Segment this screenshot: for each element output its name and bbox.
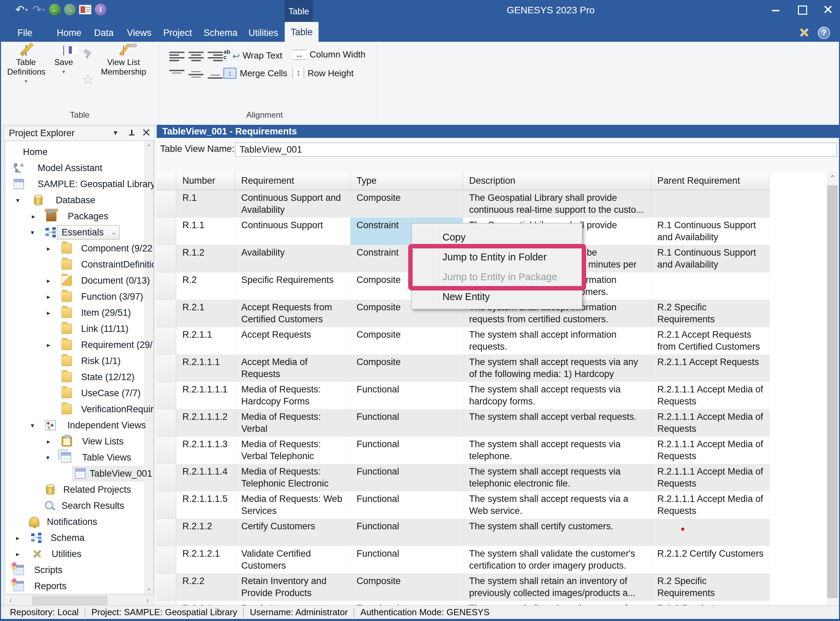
cell-type[interactable]: Functional xyxy=(350,409,463,436)
panel-close-icon[interactable] xyxy=(142,128,150,136)
column-header-parent-requirement[interactable]: Parent Requirement xyxy=(651,172,769,190)
row-header[interactable] xyxy=(157,464,176,491)
tree-item-function-3-97[interactable]: ▸Function (3/97) xyxy=(5,289,154,305)
cell-requirement[interactable]: Media of Requests: Telephonic Electronic… xyxy=(235,464,350,491)
cell-type[interactable]: Composite xyxy=(350,327,463,354)
redo-icon[interactable]: ↷▾ xyxy=(32,3,45,17)
cell-requirement[interactable]: Accept Requests xyxy=(235,327,350,354)
cell-description[interactable]: The system shall retain an inventory of … xyxy=(463,573,651,601)
align-left-icon[interactable] xyxy=(170,51,185,62)
row-header[interactable] xyxy=(157,190,176,218)
cell-number[interactable]: R.2.1.2 xyxy=(176,519,235,546)
row-header[interactable] xyxy=(157,409,176,436)
cell-number[interactable]: R.1.1 xyxy=(176,218,235,245)
cell-type[interactable]: Composite xyxy=(350,354,463,382)
cell-description[interactable]: The system shall accept requests via tel… xyxy=(463,436,651,464)
cell-parent-requirement[interactable]: R.1 Continuous Support and Availability xyxy=(651,218,769,245)
table-row-r-1[interactable]: R.1Continuous Support and AvailabilityCo… xyxy=(157,190,769,218)
cell-parent-requirement[interactable]: R.2 Specific Requirements xyxy=(651,300,769,327)
cell-requirement[interactable]: Media of Requests: Hardcopy Forms xyxy=(235,382,350,409)
cell-description[interactable]: The system shall validate the customer's… xyxy=(463,546,651,573)
table-definitions-dropdown-icon[interactable]: ▾ xyxy=(7,78,45,85)
scroll-up-icon[interactable]: ⌃ xyxy=(826,172,838,185)
table-view-name-input[interactable] xyxy=(235,143,837,157)
cell-requirement[interactable]: Certify Customers xyxy=(235,519,350,546)
tree-item-reports[interactable]: Reports xyxy=(5,578,154,594)
tree-horizontal-scrollbar[interactable]: ‹ › xyxy=(5,595,153,606)
chevron-down-icon[interactable]: ⌄ xyxy=(111,226,117,239)
cell-description[interactable]: The system shall accept requests via any… xyxy=(463,354,651,382)
tree-item-sample-geospatial-library[interactable]: SAMPLE: Geospatial Library xyxy=(5,176,154,192)
cell-number[interactable]: R.2.1 xyxy=(176,300,235,327)
cell-number[interactable]: R.2.1.1.1 xyxy=(176,354,235,382)
cell-number[interactable]: R.2.2 xyxy=(176,573,235,601)
cell-type[interactable]: Functional xyxy=(350,491,463,519)
cell-description[interactable]: The system shall certify customers. xyxy=(463,519,651,546)
row-header[interactable] xyxy=(157,491,176,519)
cell-parent-requirement[interactable] xyxy=(651,190,769,218)
scroll-right-icon[interactable]: › xyxy=(142,595,153,606)
table-row-r-2-1-1[interactable]: R.2.1.1Accept RequestsCompositeThe syste… xyxy=(157,327,769,354)
column-width-button[interactable]: ↔ Column Width xyxy=(292,49,365,60)
cell-parent-requirement[interactable]: R.2.1 Accept Requests from Certified Cus… xyxy=(651,327,769,354)
cell-requirement[interactable]: Retain Inventory and Provide Products xyxy=(235,573,350,601)
redo-dropdown-icon[interactable]: ▾ xyxy=(42,7,45,12)
undo-icon[interactable]: ↶▾ xyxy=(15,3,29,17)
scrollbar-thumb[interactable] xyxy=(827,185,838,598)
collapse-arrow-icon[interactable]: ▾ xyxy=(16,192,20,208)
essentials-schema-selector[interactable]: Essentials⌄ xyxy=(57,225,120,239)
tree-item-state-12-12[interactable]: State (12/12) xyxy=(5,369,154,385)
cell-number[interactable]: R.2.1.2.1 xyxy=(176,546,235,573)
row-header[interactable] xyxy=(157,573,176,601)
tree-item-requirement-29[interactable]: ▸Requirement (29/ xyxy=(5,337,154,353)
tree-item-item-29-51[interactable]: ▸Item (29/51) xyxy=(5,305,154,321)
table-vertical-scrollbar[interactable]: ⌃ ⌄ xyxy=(826,172,838,612)
column-header-type[interactable]: Type xyxy=(350,172,463,190)
expand-arrow-icon[interactable]: ▸ xyxy=(32,208,35,224)
minimize-button[interactable] xyxy=(770,4,781,14)
cell-requirement[interactable]: Continuous Support xyxy=(235,218,350,245)
cell-requirement[interactable]: Media of Requests: Verbal Telephonic xyxy=(235,436,350,464)
help-icon[interactable]: ? xyxy=(818,27,830,39)
cell-description[interactable]: The system shall accept requests via har… xyxy=(463,382,651,409)
cell-parent-requirement[interactable]: R.1 Continuous Support and Availability xyxy=(651,245,769,273)
menu-tab-project[interactable]: Project xyxy=(163,24,192,42)
align-top-icon[interactable] xyxy=(170,69,185,79)
collapse-arrow-icon[interactable]: ▾ xyxy=(46,450,50,466)
table-row-r-2-1-2[interactable]: R.2.1.2Certify CustomersFunctionalThe sy… xyxy=(157,519,769,546)
cell-number[interactable]: R.2.1.1.1.5 xyxy=(176,491,235,519)
tree-item-model-assistant[interactable]: Model Assistant xyxy=(5,160,154,176)
tree-item-notifications[interactable]: Notifications xyxy=(5,514,154,530)
cell-type[interactable]: Composite xyxy=(350,573,463,601)
view-list-membership-button[interactable]: View List Membership xyxy=(100,46,147,77)
cell-number[interactable]: R.2 xyxy=(176,273,235,300)
menu-tab-data[interactable]: Data xyxy=(94,24,114,42)
table-row-r-2-1-1-1[interactable]: R.2.1.1.1Accept Media of RequestsComposi… xyxy=(157,354,769,382)
cell-number[interactable]: R.2.1.1.1.2 xyxy=(176,409,235,436)
tree-item-risk-1-1[interactable]: Risk (1/1) xyxy=(5,353,154,369)
cell-parent-requirement[interactable]: R.2.1.1.1 Accept Media of Requests xyxy=(651,491,769,519)
expand-arrow-icon[interactable]: ▸ xyxy=(47,273,50,289)
tree-item-constraintdefinitio[interactable]: ConstraintDefinitio xyxy=(5,257,154,273)
save-button[interactable]: Save ▾ xyxy=(51,46,76,75)
table-row-r-2-1-1-1-1[interactable]: R.2.1.1.1.1Media of Requests: Hardcopy F… xyxy=(157,382,769,409)
cell-description[interactable]: The system shall accept information requ… xyxy=(463,327,651,354)
cell-number[interactable]: R.2.1.1 xyxy=(176,327,235,354)
star-icon[interactable]: ☆ xyxy=(80,73,95,88)
expand-arrow-icon[interactable]: ▸ xyxy=(47,337,50,353)
expand-arrow-icon[interactable]: ▸ xyxy=(16,546,20,562)
save-dropdown-icon[interactable]: ▾ xyxy=(51,68,76,75)
tree-item-database[interactable]: ▾Database xyxy=(5,192,154,208)
cell-parent-requirement[interactable]: R.2.1.2 Certify Customers xyxy=(651,546,769,573)
align-center-icon[interactable] xyxy=(189,51,204,62)
menu-tab-schema[interactable]: Schema xyxy=(204,24,238,42)
tools-icon[interactable] xyxy=(798,27,810,39)
cell-requirement[interactable]: Validate Certified Customers xyxy=(235,546,350,573)
expand-arrow-icon[interactable]: ▸ xyxy=(47,289,50,305)
cell-type[interactable]: Functional xyxy=(350,436,463,464)
tree-item-view-lists[interactable]: ▸View Lists xyxy=(5,433,154,450)
row-header[interactable] xyxy=(157,546,176,573)
row-header[interactable] xyxy=(157,382,176,409)
cell-number[interactable]: R.1 xyxy=(176,190,235,218)
table-row-r-2-1-1-1-5[interactable]: R.2.1.1.1.5Media of Requests: Web Servic… xyxy=(157,491,769,519)
